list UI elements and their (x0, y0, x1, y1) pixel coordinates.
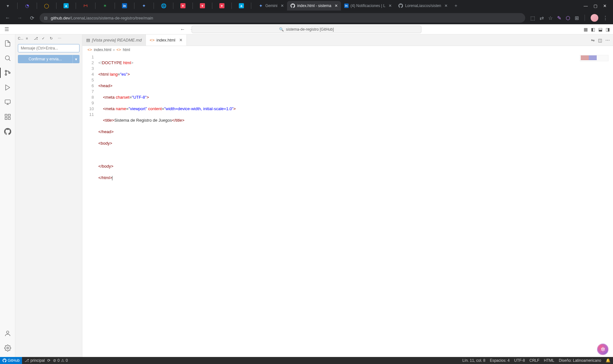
status-encoding[interactable]: UTF-8 (514, 358, 525, 363)
list-tree-icon[interactable]: ≡ (26, 36, 31, 42)
check-icon[interactable]: ✓ (42, 36, 47, 42)
close-icon[interactable]: ✕ (603, 4, 607, 8)
compare-icon[interactable]: ⇋ (591, 38, 595, 43)
minimize-icon[interactable]: ― (584, 4, 588, 8)
chevron-right-icon: › (113, 48, 115, 52)
separator (251, 3, 251, 9)
favicon-icon[interactable]: a (64, 3, 69, 8)
breadcrumb-file: index.html (94, 48, 111, 52)
browser-tab[interactable]: in (4) Notificaciones | L ✕ (341, 1, 395, 11)
github-icon (290, 3, 295, 8)
favicon-icon[interactable]: a (239, 3, 244, 8)
site-info-icon[interactable]: ⊟ (44, 16, 48, 20)
tab-strip: ▾ ◔ ◯ a ✶ in ✦ 🌐 ▾ ▾ ▾ a (0, 0, 613, 11)
github-icon[interactable] (0, 125, 15, 138)
text-cursor (112, 176, 112, 180)
browser-tab[interactable]: LorenaLiascos/sisten ✕ (395, 1, 451, 11)
separator (17, 3, 18, 9)
branch-icon[interactable]: ⎇ (34, 36, 39, 42)
puzzle-icon[interactable]: ⊞ (575, 15, 579, 21)
close-icon[interactable]: ✕ (281, 4, 284, 8)
editor-tab-readme[interactable]: ▤ [Vista previa] README.md (82, 34, 146, 46)
source-control-icon[interactable] (0, 66, 15, 79)
commit-message-input[interactable] (18, 44, 79, 52)
panel-left-icon[interactable]: ◧ (591, 27, 595, 32)
pocket-icon[interactable]: ▾ (180, 3, 185, 8)
run-debug-icon[interactable] (0, 81, 15, 94)
pinned-favicons: ▾ ◔ ◯ a ✶ in ✦ 🌐 ▾ ▾ ▾ a (3, 3, 255, 9)
star-icon[interactable]: ☆ (548, 15, 553, 21)
gear-icon[interactable] (0, 342, 15, 354)
reload-button[interactable]: ⟳ (27, 13, 36, 22)
sparkle-icon[interactable]: ✦ (141, 3, 147, 8)
extensions-icon[interactable] (0, 110, 15, 123)
status-github[interactable]: GitHub (0, 357, 22, 364)
panel-right-icon[interactable]: ◨ (606, 27, 610, 32)
browser-tab-active[interactable]: index.html - sistema ✕ (287, 1, 341, 11)
gmail-icon[interactable] (83, 3, 88, 8)
svg-point-10 (7, 347, 9, 349)
command-center[interactable]: 🔍 sistema-de-registro [GitHub] (192, 26, 421, 33)
code-body[interactable]: <!DOCTYPE html> <html lang="es"> <head> … (98, 54, 613, 357)
close-icon[interactable]: ✕ (335, 4, 338, 8)
close-icon[interactable]: ✕ (389, 4, 392, 8)
scm-sidebar: C... ≡ ⎇ ✓ ↻ ⋯ Confirmar y envia... ▾ (15, 34, 82, 357)
status-eol[interactable]: CRLF (529, 358, 539, 363)
editor-tab-index-html[interactable]: <> index.html ✕ (146, 34, 187, 46)
kebab-menu-icon[interactable]: ⋮ (603, 15, 608, 21)
favicon-icon[interactable]: ✶ (102, 3, 108, 8)
status-line-col[interactable]: Lín. 11, col. 8 (462, 358, 485, 363)
code-editor[interactable]: 1 2 3 4 5 6 7 8 9 10 11 <!DOCTYPE html> … (82, 54, 613, 357)
browser-tab[interactable]: ✦ Gemini ✕ (255, 1, 287, 11)
globe-icon[interactable]: 🌐 (161, 3, 166, 8)
scm-header: C... ≡ ⎇ ✓ ↻ ⋯ (18, 36, 79, 42)
pocket-icon[interactable]: ▾ (200, 3, 205, 8)
status-layout[interactable]: Diseño: Latinoamericano (559, 358, 601, 363)
close-icon[interactable]: ✕ (179, 38, 183, 42)
more-icon[interactable]: ⋯ (605, 38, 610, 43)
more-icon[interactable]: ⋯ (58, 36, 63, 42)
close-icon[interactable]: ✕ (444, 4, 448, 8)
panel-bottom-icon[interactable]: ⬓ (598, 27, 602, 32)
linkedin-icon[interactable]: in (122, 3, 127, 8)
search-icon[interactable] (0, 52, 15, 64)
status-language[interactable]: HTML (544, 358, 555, 363)
translate-icon[interactable]: ⇄ (540, 15, 544, 21)
commit-dropdown-button[interactable]: ▾ (72, 55, 79, 63)
favicon-icon[interactable]: ◯ (44, 3, 49, 8)
pen-icon[interactable]: ✎ (557, 15, 561, 21)
new-tab-button[interactable]: ＋ (453, 3, 458, 8)
remote-icon[interactable] (0, 96, 15, 109)
copilot-fab[interactable]: ✲ (597, 344, 609, 355)
nav-back-button[interactable]: ← (179, 26, 186, 33)
hamburger-icon[interactable]: ☰ (4, 26, 9, 32)
install-icon[interactable]: ⬚ (530, 15, 535, 21)
forward-button[interactable]: → (15, 13, 24, 22)
status-branch[interactable]: ⎇ principal ⟳ (25, 358, 50, 363)
tab-label: index.html - sistema (297, 4, 331, 8)
explorer-icon[interactable] (0, 37, 15, 50)
github-icon (398, 3, 403, 8)
separator (231, 3, 232, 9)
minimap[interactable] (580, 55, 609, 61)
layout-grid-icon[interactable]: ▦ (584, 27, 588, 32)
extension-icon[interactable]: ⬡ (566, 15, 570, 21)
scm-title-abbrev: C... (18, 36, 23, 42)
chevron-down-icon[interactable]: ▾ (5, 3, 10, 8)
pocket-icon[interactable]: ▾ (219, 3, 224, 8)
url-input[interactable]: ⊟ github.dev/LorenaLiascos/sistema-de-re… (40, 13, 525, 23)
refresh-icon[interactable]: ↻ (50, 36, 55, 42)
separator (37, 3, 37, 9)
back-button[interactable]: ← (3, 13, 12, 22)
error-icon: ⊘ (53, 358, 56, 363)
bell-icon[interactable]: 🔔 (606, 358, 610, 363)
profile-avatar[interactable] (591, 14, 598, 22)
favicon-icon[interactable]: ◔ (25, 3, 30, 8)
breadcrumb[interactable]: <> index.html › <> html (82, 46, 613, 54)
account-icon[interactable] (0, 327, 15, 340)
commit-button[interactable]: Confirmar y envia... (18, 55, 72, 63)
status-problems[interactable]: ⊘0 ⚠0 (53, 358, 68, 363)
status-spaces[interactable]: Espacios: 4 (490, 358, 510, 363)
maximize-icon[interactable]: ▢ (594, 4, 597, 8)
split-editor-icon[interactable]: ◫ (598, 38, 602, 43)
